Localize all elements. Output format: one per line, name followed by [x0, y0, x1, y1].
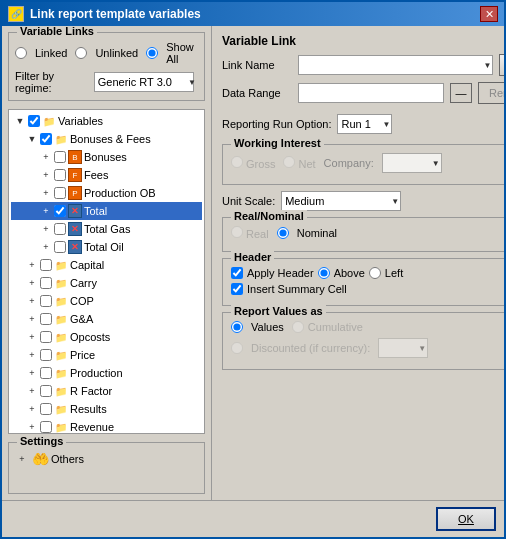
toggle-price[interactable]: +: [25, 348, 39, 362]
checkbox-cop[interactable]: [40, 295, 52, 307]
tree-item-total-oil[interactable]: + ✕ Total Oil: [11, 238, 202, 256]
report-values-options: Values Cumulative: [231, 321, 504, 333]
company-select[interactable]: [382, 153, 442, 173]
toggle-bonuses-fees[interactable]: ▼: [25, 132, 39, 146]
settings-others-item[interactable]: + 🤲 Others: [13, 449, 200, 469]
discounted-combo[interactable]: [378, 338, 428, 358]
toggle-capital[interactable]: +: [25, 258, 39, 272]
remove-button[interactable]: Remove: [478, 82, 504, 104]
tree-item-production[interactable]: + 📁 Production: [11, 364, 202, 382]
apply-header-checkbox[interactable]: [231, 267, 243, 279]
toggle-others[interactable]: +: [15, 452, 29, 466]
discounted-radio[interactable]: [231, 342, 243, 354]
above-label: Above: [334, 267, 365, 279]
toggle-total[interactable]: +: [39, 204, 53, 218]
linked-radio[interactable]: [15, 47, 27, 59]
toggle-bonuses[interactable]: +: [39, 150, 53, 164]
tree-item-cop[interactable]: + 📁 COP: [11, 292, 202, 310]
toggle-total-gas[interactable]: +: [39, 222, 53, 236]
checkbox-rfactor[interactable]: [40, 385, 52, 397]
tree-item-capital[interactable]: + 📁 Capital: [11, 256, 202, 274]
toggle-total-oil[interactable]: +: [39, 240, 53, 254]
linked-label: Linked: [35, 47, 67, 59]
tree-item-carry[interactable]: + 📁 Carry: [11, 274, 202, 292]
left-panel: Variable Links Linked Unlinked Show All …: [2, 26, 212, 500]
unlinked-radio[interactable]: [75, 47, 87, 59]
link-name-select[interactable]: [298, 55, 493, 75]
net-radio[interactable]: [283, 156, 295, 168]
discounted-select[interactable]: [378, 338, 428, 358]
toggle-opcosts[interactable]: +: [25, 330, 39, 344]
tree-text-capital: Capital: [70, 259, 104, 271]
cumulative-radio[interactable]: [292, 321, 304, 333]
toggle-rfactor[interactable]: +: [25, 384, 39, 398]
tree-area[interactable]: ▼ 📁 Variables ▼ 📁 Bonuses & Fees + B: [8, 109, 205, 434]
company-combo[interactable]: [382, 153, 442, 173]
checkbox-variables[interactable]: [28, 115, 40, 127]
toggle-production[interactable]: +: [25, 366, 39, 380]
checkbox-bonuses[interactable]: [54, 151, 66, 163]
checkbox-total-oil[interactable]: [54, 241, 66, 253]
checkbox-production[interactable]: [40, 367, 52, 379]
tree-item-price[interactable]: + 📁 Price: [11, 346, 202, 364]
data-range-input[interactable]: [298, 83, 444, 103]
tree-item-production-ob[interactable]: + P Production OB: [11, 184, 202, 202]
gross-radio[interactable]: [231, 156, 243, 168]
toggle-results[interactable]: +: [25, 402, 39, 416]
reporting-run-select[interactable]: Run 1: [337, 114, 392, 134]
tree-item-opcosts[interactable]: + 📁 Opcosts: [11, 328, 202, 346]
insert-summary-checkbox[interactable]: [231, 283, 243, 295]
toggle-revenue[interactable]: +: [25, 420, 39, 434]
real-radio[interactable]: [231, 226, 243, 238]
folder-icon-ga: 📁: [53, 311, 69, 327]
values-radio[interactable]: [231, 321, 243, 333]
tree-item-fees[interactable]: + F Fees: [11, 166, 202, 184]
folder-icon-carry: 📁: [53, 275, 69, 291]
discounted-label: Discounted (if currency):: [251, 342, 370, 354]
checkbox-bonuses-fees[interactable]: [40, 133, 52, 145]
checkbox-price[interactable]: [40, 349, 52, 361]
add-button[interactable]: Add: [499, 54, 504, 76]
toggle-variables[interactable]: ▼: [13, 114, 27, 128]
show-all-radio[interactable]: [146, 47, 158, 59]
data-range-dash-btn[interactable]: —: [450, 83, 472, 103]
toggle-carry[interactable]: +: [25, 276, 39, 290]
above-radio[interactable]: [318, 267, 330, 279]
checkbox-capital[interactable]: [40, 259, 52, 271]
tree-item-bonuses-fees[interactable]: ▼ 📁 Bonuses & Fees: [11, 130, 202, 148]
checkbox-results[interactable]: [40, 403, 52, 415]
left-radio[interactable]: [369, 267, 381, 279]
tree-item-rfactor[interactable]: + 📁 R Factor: [11, 382, 202, 400]
tree-item-ga[interactable]: + 📁 G&A: [11, 310, 202, 328]
checkbox-ga[interactable]: [40, 313, 52, 325]
close-button[interactable]: ✕: [480, 6, 498, 22]
tree-item-variables[interactable]: ▼ 📁 Variables: [11, 112, 202, 130]
reporting-run-combo[interactable]: Run 1: [337, 114, 392, 134]
checkbox-total-gas[interactable]: [54, 223, 66, 235]
tree-item-results[interactable]: + 📁 Results: [11, 400, 202, 418]
checkbox-opcosts[interactable]: [40, 331, 52, 343]
filter-select[interactable]: Generic RT 3.0: [94, 72, 194, 92]
checkbox-production-ob[interactable]: [54, 187, 66, 199]
toggle-ga[interactable]: +: [25, 312, 39, 326]
settings-label: Settings: [17, 435, 66, 447]
report-values-label: Report Values as: [231, 305, 326, 317]
tree-item-total[interactable]: + ✕ Total: [11, 202, 202, 220]
data-range-row: Data Range — Remove: [222, 82, 504, 104]
tree-item-total-gas[interactable]: + ✕ Total Gas: [11, 220, 202, 238]
ok-button[interactable]: OK: [436, 507, 496, 531]
toggle-fees[interactable]: +: [39, 168, 53, 182]
toggle-cop[interactable]: +: [25, 294, 39, 308]
unit-scale-combo[interactable]: Medium: [281, 191, 401, 211]
tree-item-revenue[interactable]: + 📁 Revenue: [11, 418, 202, 434]
link-name-combo[interactable]: [298, 55, 493, 75]
tree-item-bonuses[interactable]: + B Bonuses: [11, 148, 202, 166]
checkbox-revenue[interactable]: [40, 421, 52, 433]
checkbox-total[interactable]: [54, 205, 66, 217]
checkbox-fees[interactable]: [54, 169, 66, 181]
filter-combo[interactable]: Generic RT 3.0: [94, 72, 198, 92]
toggle-production-ob[interactable]: +: [39, 186, 53, 200]
checkbox-carry[interactable]: [40, 277, 52, 289]
unit-scale-select[interactable]: Medium: [281, 191, 401, 211]
nominal-radio[interactable]: [277, 227, 289, 239]
